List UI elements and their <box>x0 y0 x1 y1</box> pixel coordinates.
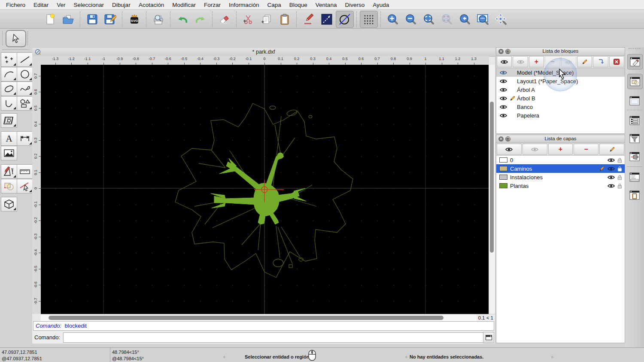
selection-tool-button[interactable] <box>6 30 26 47</box>
save-button[interactable] <box>83 11 101 28</box>
new-file-button[interactable] <box>41 11 59 28</box>
layer-hide-all-button[interactable] <box>522 144 547 155</box>
open-file-button[interactable] <box>59 11 77 28</box>
lock-icon[interactable] <box>617 166 622 172</box>
image-tool-button[interactable] <box>1 146 17 160</box>
layer-edit-button[interactable] <box>599 144 624 155</box>
circle-tool-button[interactable] <box>17 67 33 81</box>
toggle-command-history-button[interactable] <box>627 170 642 184</box>
menu-diverso[interactable]: Diverso <box>345 2 365 8</box>
layer-row-caminos[interactable]: Caminos <box>496 164 625 173</box>
zoom-in-button[interactable] <box>384 11 402 28</box>
menu-capa[interactable]: Capa <box>267 2 281 8</box>
block-row-arbol-b[interactable]: Árbol B <box>496 94 625 103</box>
modify-tool-button[interactable] <box>1 164 17 179</box>
save-as-button[interactable] <box>101 11 119 28</box>
zoom-pan-button[interactable] <box>492 11 510 28</box>
toggle-viewport-button[interactable] <box>627 149 642 164</box>
menu-ver[interactable]: Ver <box>57 2 65 8</box>
undo-button[interactable] <box>173 11 191 28</box>
toggle-library-browser-button[interactable] <box>627 74 643 89</box>
zoom-previous-button[interactable] <box>456 11 474 28</box>
spline-tool-button[interactable] <box>17 81 33 96</box>
block-rename-button[interactable]: a|b <box>561 56 576 67</box>
eye-icon[interactable] <box>608 158 615 163</box>
arc-tool-button[interactable] <box>1 67 17 81</box>
menu-fichero[interactable]: Fichero <box>6 2 25 8</box>
block-remove-button[interactable]: − <box>545 56 560 67</box>
menu-ayuda[interactable]: Ayuda <box>373 2 389 8</box>
toggle-block-list-button[interactable] <box>627 54 643 69</box>
drawing-canvas[interactable] <box>41 65 489 314</box>
menu-dibujar[interactable]: Dibujar <box>112 2 131 8</box>
measure-tool-button[interactable] <box>17 164 33 179</box>
document-titlebar[interactable]: * park.dxf <box>32 48 495 57</box>
menu-modificar[interactable]: Modificar <box>172 2 196 8</box>
dimension-tool-button[interactable] <box>17 131 33 146</box>
toggle-clipboard-button[interactable] <box>627 188 642 202</box>
block-row-model[interactable]: Model (*Model_Space) <box>496 68 625 77</box>
menu-seleccionar[interactable]: Seleccionar <box>74 2 104 8</box>
command-input[interactable] <box>63 332 486 343</box>
polyline-tool-button[interactable] <box>1 96 17 111</box>
block-row-layout1[interactable]: Layout1 (*Paper_Space) <box>496 77 625 85</box>
layer-add-button[interactable]: + <box>548 144 573 155</box>
construction-circle-toggle[interactable] <box>336 11 354 28</box>
block-hide-all-button[interactable] <box>513 56 528 67</box>
print-preview-button[interactable] <box>149 11 167 28</box>
layer-remove-button[interactable]: − <box>574 144 598 155</box>
redo-button[interactable] <box>191 11 210 28</box>
layer-row-0[interactable]: 0 <box>496 156 625 164</box>
vertical-scrollbar-thumb[interactable] <box>490 102 494 253</box>
menu-bloque[interactable]: Bloque <box>289 2 307 8</box>
toggle-property-editor-button[interactable] <box>627 94 642 108</box>
copy-button[interactable] <box>258 11 276 28</box>
eye-icon[interactable] <box>608 166 615 171</box>
vertical-scrollbar[interactable] <box>489 65 495 314</box>
solid-tool-button[interactable] <box>1 197 17 211</box>
block-row-banco[interactable]: Banco <box>496 103 625 111</box>
menu-editar[interactable]: Editar <box>33 2 49 8</box>
block-insert-button[interactable] <box>593 56 608 67</box>
grid-toggle-button[interactable] <box>360 11 378 28</box>
menu-informacion[interactable]: Información <box>229 2 259 8</box>
info-tool-button[interactable] <box>1 179 17 193</box>
paste-button[interactable] <box>276 11 294 28</box>
cut-button[interactable] <box>240 11 258 28</box>
delete-eraser-button[interactable] <box>216 11 234 28</box>
block-add-button[interactable]: + <box>529 56 544 67</box>
layer-show-all-button[interactable] <box>497 144 522 155</box>
draw-pen-button[interactable] <box>300 11 318 28</box>
menu-forzar[interactable]: Forzar <box>204 2 221 8</box>
text-tool-button[interactable]: A <box>1 131 17 146</box>
svg-export-button[interactable]: SVG <box>125 11 143 28</box>
layer-row-instalaciones[interactable]: Instalaciones <box>496 173 625 181</box>
zoom-selection-button[interactable] <box>438 11 456 28</box>
block-row-papelera[interactable]: Papelera <box>496 111 625 120</box>
layer-row-plantas[interactable]: Plantas <box>496 181 625 190</box>
zoom-window-button[interactable] <box>474 11 492 28</box>
block-delete-button[interactable] <box>609 56 624 67</box>
zoom-out-button[interactable] <box>402 11 420 28</box>
zoom-auto-button[interactable] <box>420 11 438 28</box>
menu-acotacion[interactable]: Acotación <box>139 2 164 8</box>
toggle-selection-filter-button[interactable] <box>627 131 642 146</box>
block-row-arbol-a[interactable]: Árbol A <box>496 85 625 94</box>
lock-icon[interactable] <box>617 157 622 163</box>
block-edit-button[interactable] <box>577 56 592 67</box>
eye-icon[interactable] <box>608 184 615 188</box>
horizontal-scrollbar-thumb[interactable] <box>49 316 444 320</box>
lock-icon[interactable] <box>617 175 622 180</box>
toggle-layer-list-button[interactable] <box>627 113 642 128</box>
eye-icon[interactable] <box>608 175 615 180</box>
line-tool-button[interactable] <box>17 52 33 67</box>
command-options-button[interactable] <box>483 332 494 343</box>
points-tool-button[interactable] <box>1 52 17 67</box>
line-settings-button[interactable] <box>318 11 336 28</box>
horizontal-scrollbar[interactable] <box>41 314 477 322</box>
hatch-tool-button[interactable] <box>1 113 17 128</box>
lock-icon[interactable] <box>617 183 622 189</box>
ellipse-tool-button[interactable] <box>1 81 17 96</box>
menu-ventana[interactable]: Ventana <box>316 2 337 8</box>
block-show-all-button[interactable] <box>497 56 512 67</box>
